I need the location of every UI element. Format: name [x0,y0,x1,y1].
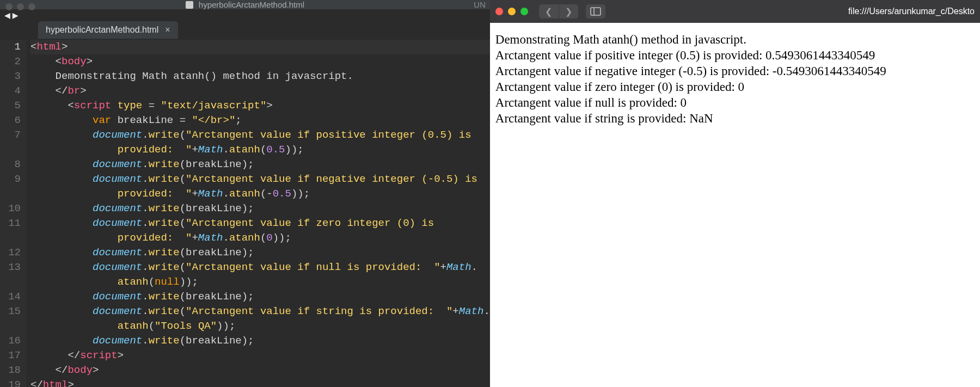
line-number: 1 [0,40,21,54]
browser-url[interactable]: file:///Users/arunkumar_c/Deskto [848,7,975,16]
code-line-wrap: provided: "+Math.atanh(0.5)); [30,143,490,157]
tab-hyperbolic-arctan[interactable]: hyperbolicArctanMethod.html × [38,21,178,39]
line-number: 3 [0,69,21,84]
browser-titlebar: ❮ ❯ file:///Users/arunkumar_c/Deskto [490,0,980,23]
line-number: 10 [0,201,21,216]
code-line-wrap: atanh(null)); [30,275,490,290]
browser-page: Demonstrating Math atanh() method in jav… [490,23,980,387]
browser-nav-buttons: ❮ ❯ [539,4,578,19]
code-editor-window: hyperbolicArctanMethod.html UN ◀ ▶ hyper… [0,0,490,387]
line-number-blank [0,275,21,290]
output-line: Arctangent value if zero integer (0) is … [495,79,975,95]
window-minimize-icon[interactable] [17,3,24,10]
tab-close-icon[interactable]: × [165,25,170,35]
window-zoom-icon[interactable] [520,8,528,15]
code-line: document.write("Arctangent value if posi… [30,128,490,143]
editor-titlebar: hyperbolicArctanMethod.html UN [0,0,490,9]
editor-title: hyperbolicArctanMethod.html [186,0,304,9]
line-number: 4 [0,84,21,99]
code-line: document.write("Arctangent value if null… [30,260,490,275]
code-line-wrap: provided: "+Math.atanh(-0.5)); [30,187,490,201]
line-number: 11 [0,216,21,231]
code-line: document.write(breakLine); [30,334,490,348]
code-line: Demonstrating Math atanh() method in jav… [30,69,490,84]
code-line: document.write(breakLine); [30,201,490,216]
line-number: 5 [0,99,21,113]
code-line: document.write(breakLine); [30,157,490,172]
code-line: document.write("Arctangent value if nega… [30,172,490,187]
window-minimize-icon[interactable] [508,8,516,15]
tab-label: hyperbolicArctanMethod.html [46,25,158,35]
editor-nav-arrows: ◀ ▶ [0,9,490,21]
nav-forward-icon[interactable]: ▶ [13,9,19,21]
code-line: document.write("Arctangent value if zero… [30,216,490,231]
code-line-wrap: atanh("Tools QA")); [30,319,490,334]
sidebar-icon [590,7,601,16]
code-line: document.write("Arctangent value if stri… [30,304,490,319]
nav-back-icon[interactable]: ◀ [4,9,10,21]
code-area[interactable]: 1234567 89 1011 1213 1415 16171819 <html… [0,39,490,387]
forward-button[interactable]: ❯ [559,4,578,19]
output-line: Demonstrating Math atanh() method in jav… [495,32,975,47]
window-close-icon[interactable] [495,8,503,15]
line-number: 17 [0,348,21,363]
line-number: 16 [0,334,21,348]
line-number: 12 [0,245,21,260]
window-close-icon[interactable] [5,3,13,10]
output-line: Arctangent value if negative integer (-0… [495,63,975,79]
line-number-gutter: 1234567 89 1011 1213 1415 16171819 [0,40,26,387]
code-line: <html> [30,40,490,54]
line-number: 8 [0,157,21,172]
line-number: 13 [0,260,21,275]
editor-tabs: hyperbolicArctanMethod.html × [0,21,490,39]
code-content[interactable]: <html> <body> Demonstrating Math atanh()… [26,40,490,387]
browser-window: ❮ ❯ file:///Users/arunkumar_c/Deskto Dem… [490,0,980,387]
browser-traffic-lights [495,8,528,15]
line-number-blank [0,143,21,157]
editor-traffic-lights [5,3,35,10]
code-line-wrap: provided: "+Math.atanh(0)); [30,231,490,245]
svg-rect-0 [591,8,601,15]
code-line: </body> [30,363,490,378]
sidebar-toggle-button[interactable] [586,4,605,19]
line-number-blank [0,319,21,334]
code-line: </br> [30,84,490,99]
editor-title-text: hyperbolicArctanMethod.html [199,0,304,9]
line-number-blank [0,187,21,201]
output-line: Arctangent value if positive integer (0.… [495,47,975,63]
encoding-badge: UN [474,0,486,9]
line-number: 18 [0,363,21,378]
window-zoom-icon[interactable] [28,3,35,10]
code-line: </script> [30,348,490,363]
line-number: 2 [0,54,21,69]
line-number: 14 [0,290,21,304]
document-icon [186,1,193,9]
line-number: 19 [0,378,21,387]
back-button[interactable]: ❮ [539,4,559,19]
output-line: Arctangent value if null is provided: 0 [495,95,975,110]
code-line: var breakLine = "</br>"; [30,113,490,128]
line-number: 7 [0,128,21,143]
output-line: Arctangent value if string is provided: … [495,110,975,126]
line-number-blank [0,231,21,245]
line-number: 6 [0,113,21,128]
line-number: 15 [0,304,21,319]
code-line: document.write(breakLine); [30,245,490,260]
code-line: <body> [30,54,490,69]
code-line: </html> [30,378,490,387]
code-line: document.write(breakLine); [30,290,490,304]
code-line: <script type = "text/javascript"> [30,99,490,113]
line-number: 9 [0,172,21,187]
